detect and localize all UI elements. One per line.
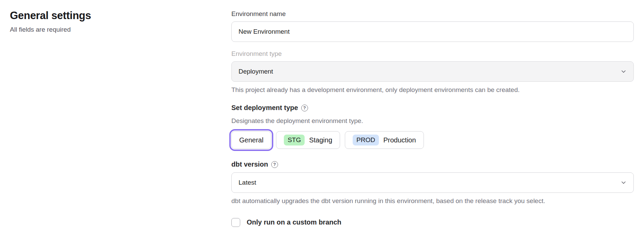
environment-settings-page: General settings All fields are required… bbox=[0, 0, 644, 227]
deployment-type-options: General STG Staging PROD Production bbox=[231, 131, 634, 149]
deployment-type-production-button[interactable]: PROD Production bbox=[345, 131, 424, 149]
deployment-type-general-button[interactable]: General bbox=[231, 131, 271, 149]
deployment-type-staging-label: Staging bbox=[309, 136, 332, 144]
settings-header: General settings All fields are required bbox=[10, 10, 231, 227]
dbt-version-label: dbt version bbox=[231, 160, 268, 168]
dbt-version-helper: dbt automatically upgrades the dbt versi… bbox=[231, 197, 634, 205]
environment-type-label: Environment type bbox=[231, 50, 634, 58]
dbt-version-header: dbt version ? bbox=[231, 160, 634, 168]
deployment-type-helper: Designates the deployment environment ty… bbox=[231, 117, 634, 125]
staging-badge: STG bbox=[284, 135, 305, 146]
settings-form: Environment name Environment type Deploy… bbox=[231, 10, 634, 227]
deployment-type-header: Set deployment type ? bbox=[231, 104, 634, 112]
environment-name-input[interactable] bbox=[231, 21, 634, 42]
chevron-down-icon bbox=[620, 68, 627, 75]
custom-branch-label: Only run on a custom branch bbox=[247, 218, 341, 226]
environment-type-helper: This project already has a development e… bbox=[231, 86, 634, 94]
environment-type-value: Deployment bbox=[239, 68, 273, 75]
deployment-type-staging-button[interactable]: STG Staging bbox=[276, 131, 340, 149]
deployment-type-general-label: General bbox=[239, 136, 263, 144]
chevron-down-icon bbox=[620, 180, 627, 186]
page-subtitle: All fields are required bbox=[10, 26, 231, 33]
help-icon[interactable]: ? bbox=[271, 161, 278, 168]
custom-branch-row: Only run on a custom branch bbox=[231, 218, 634, 227]
production-badge: PROD bbox=[353, 135, 379, 146]
dbt-version-value: Latest bbox=[239, 179, 256, 186]
custom-branch-checkbox[interactable] bbox=[231, 218, 240, 227]
deployment-type-label: Set deployment type bbox=[231, 104, 298, 112]
help-icon[interactable]: ? bbox=[301, 105, 308, 111]
deployment-type-production-label: Production bbox=[383, 136, 416, 144]
dbt-version-select[interactable]: Latest bbox=[231, 172, 634, 193]
environment-type-select[interactable]: Deployment bbox=[231, 61, 634, 82]
environment-name-label: Environment name bbox=[231, 10, 634, 18]
page-title: General settings bbox=[10, 10, 231, 22]
